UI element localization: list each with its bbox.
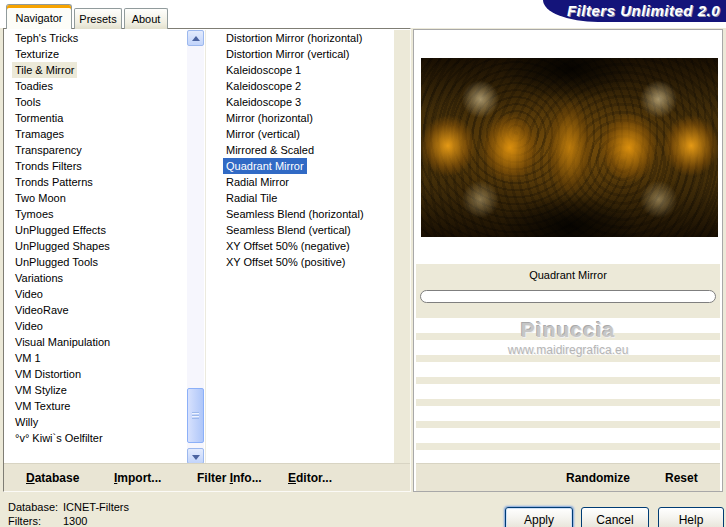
navigator-panel: Teph's TricksTexturizeTile & MirrorToadi… [3, 28, 411, 492]
list-item[interactable]: Seamless Blend (vertical) [206, 222, 394, 238]
scroll-down-icon [192, 455, 200, 460]
list-item[interactable]: UnPlugged Shapes [5, 238, 186, 254]
scroll-down-button[interactable] [187, 448, 204, 464]
list-item[interactable]: VideoRave [5, 302, 186, 318]
preview-image [421, 58, 718, 237]
list-item[interactable]: Radial Mirror [206, 174, 394, 190]
list-item[interactable]: Tramages [5, 126, 186, 142]
tab-navigator[interactable]: Navigator [6, 4, 72, 29]
filter-list[interactable]: Distortion Mirror (horizontal)Distortion… [206, 30, 394, 270]
status-filters: Filters: 1300 [8, 515, 41, 527]
watermark-url: www.maidiregrafica.eu [414, 343, 722, 357]
scroll-up-icon [192, 36, 200, 41]
list-item[interactable]: Kaleidoscope 1 [206, 62, 394, 78]
list-item[interactable]: XY Offset 50% (positive) [206, 254, 394, 270]
list-item[interactable]: VM Stylize [5, 382, 186, 398]
list-item[interactable]: Tronds Filters [5, 158, 186, 174]
list-item[interactable]: Seamless Blend (horizontal) [206, 206, 394, 222]
status-database-label: Database: [8, 501, 58, 513]
list-item[interactable]: UnPlugged Tools [5, 254, 186, 270]
list-item[interactable]: Video [5, 318, 186, 334]
cancel-button[interactable]: Cancel [581, 507, 649, 527]
panel-gap [394, 30, 410, 464]
list-item[interactable]: Kaleidoscope 3 [206, 94, 394, 110]
category-scrollbar[interactable] [187, 30, 204, 464]
list-item[interactable]: Tile & Mirror [5, 62, 186, 78]
status-filters-value: 1300 [63, 515, 87, 527]
status-database-value: ICNET-Filters [63, 501, 129, 513]
list-item[interactable]: Tools [5, 94, 186, 110]
watermark-title: Pinuccia [414, 318, 722, 342]
list-item[interactable]: Visual Manipulation [5, 334, 186, 350]
list-item[interactable]: Willy [5, 414, 186, 430]
list-item[interactable]: Radial Tile [206, 190, 394, 206]
help-button[interactable]: Help [658, 507, 724, 527]
list-item[interactable]: Teph's Tricks [5, 30, 186, 46]
tab-about[interactable]: About [124, 8, 168, 29]
list-item[interactable]: Mirror (vertical) [206, 126, 394, 142]
tab-navigator-label: Navigator [15, 12, 62, 24]
editor-button[interactable]: Editor... [288, 471, 332, 485]
list-item[interactable]: Tormentia [5, 110, 186, 126]
category-list[interactable]: Teph's TricksTexturizeTile & MirrorToadi… [5, 30, 186, 446]
list-item[interactable]: XY Offset 50% (negative) [206, 238, 394, 254]
filter-info-button[interactable]: Filter Info... [197, 471, 262, 485]
apply-button[interactable]: Apply [505, 507, 573, 527]
filters-unlimited-dialog: { "app": { "title": "Filters Unlimited 2… [0, 0, 726, 527]
list-item[interactable]: Video [5, 286, 186, 302]
tab-presets-label: Presets [79, 13, 116, 25]
app-title: Filters Unlimited 2.0 [567, 2, 720, 19]
scroll-up-button[interactable] [187, 30, 204, 46]
list-item[interactable]: Distortion Mirror (horizontal) [206, 30, 394, 46]
list-item[interactable]: Tymoes [5, 206, 186, 222]
tab-about-label: About [132, 13, 161, 25]
scrollbar-thumb[interactable] [187, 388, 204, 443]
list-item[interactable]: Quadrant Mirror [206, 158, 394, 174]
reset-button[interactable]: Reset [665, 471, 698, 485]
bottom-toolbar: Database Import... Filter Info... Editor… [4, 463, 410, 491]
list-item[interactable]: Distortion Mirror (vertical) [206, 46, 394, 62]
list-item[interactable]: VM Texture [5, 398, 186, 414]
list-item[interactable]: Mirrored & Scaled [206, 142, 394, 158]
list-item[interactable]: Kaleidoscope 2 [206, 78, 394, 94]
list-item[interactable]: Toadies [5, 78, 186, 94]
list-item[interactable]: Texturize [5, 46, 186, 62]
list-item[interactable]: Variations [5, 270, 186, 286]
app-banner: Filters Unlimited 2.0 [543, 0, 726, 22]
list-item[interactable]: UnPlugged Effects [5, 222, 186, 238]
list-item[interactable]: VM 1 [5, 350, 186, 366]
parameter-area: Quadrant Mirror [416, 264, 720, 318]
preview-panel: Quadrant Mirror Pinuccia www.maidiregraf… [413, 29, 723, 492]
import-button[interactable]: Import... [114, 471, 161, 485]
list-item[interactable]: VM Distortion [5, 366, 186, 382]
randomize-button[interactable]: Randomize [566, 471, 630, 485]
preview-footer: Randomize Reset [416, 463, 720, 491]
list-item[interactable]: Transparency [5, 142, 186, 158]
database-button[interactable]: Database [26, 471, 79, 485]
status-database: Database: ICNET-Filters [8, 501, 58, 513]
list-item[interactable]: Tronds Patterns [5, 174, 186, 190]
list-item[interactable]: °v° Kiwi`s Oelfilter [5, 430, 186, 446]
progress-bar [420, 290, 716, 303]
status-filters-label: Filters: [8, 515, 41, 527]
list-item[interactable]: Two Moon [5, 190, 186, 206]
tab-presets[interactable]: Presets [74, 8, 122, 29]
selected-filter-label: Quadrant Mirror [416, 269, 720, 281]
list-item[interactable]: Mirror (horizontal) [206, 110, 394, 126]
